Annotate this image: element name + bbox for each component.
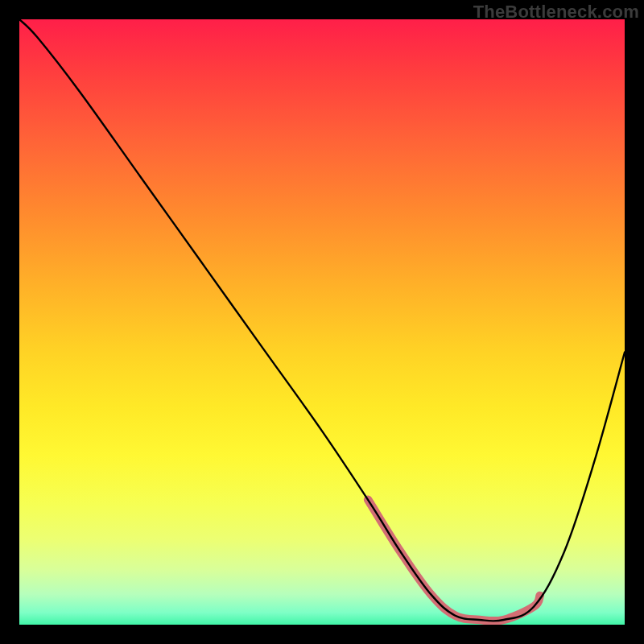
plot-gradient-area <box>19 19 625 625</box>
watermark-text: TheBottleneck.com <box>473 2 639 23</box>
chart-frame: TheBottleneck.com <box>0 0 644 644</box>
